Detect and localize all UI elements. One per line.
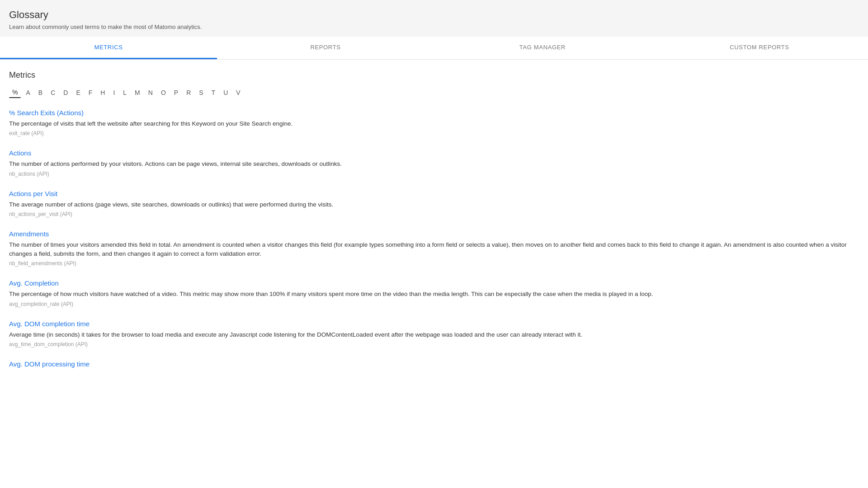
glossary-entry: ActionsThe number of actions performed b… [9,149,859,177]
alpha-nav-item-i[interactable]: I [110,88,118,98]
entry-description: Average time (in seconds) it takes for t… [9,330,859,339]
alpha-nav-item-e[interactable]: E [73,88,83,98]
page-title: Glossary [9,9,859,21]
alpha-nav-item-s[interactable]: S [196,88,206,98]
entry-title[interactable]: Actions per Visit [9,190,859,197]
entry-description: The average number of actions (page view… [9,200,859,209]
alpha-nav-item-d[interactable]: D [60,88,71,98]
alpha-nav-item-h[interactable]: H [97,88,108,98]
entry-title[interactable]: % Search Exits (Actions) [9,109,859,117]
glossary-entry: Actions per VisitThe average number of a… [9,190,859,217]
entry-api: exit_rate (API) [9,130,859,136]
glossary-entry: % Search Exits (Actions)The percentage o… [9,109,859,136]
entry-description: The number of times your visitors amende… [9,240,859,259]
entry-api: nb_actions_per_visit (API) [9,211,859,217]
entry-title[interactable]: Avg. DOM processing time [9,360,859,368]
alpha-nav-item-p[interactable]: P [171,88,181,98]
page-header: Glossary Learn about commonly used terms… [0,0,868,37]
alpha-nav-item-o[interactable]: O [158,88,169,98]
entry-title[interactable]: Avg. DOM completion time [9,320,859,328]
tab-reports[interactable]: REPORTS [217,37,434,59]
alpha-nav-item-r[interactable]: R [183,88,194,98]
content-area: Metrics %ABCDEFHILMNOPRSTUV % Search Exi… [0,60,868,488]
alpha-nav-item-l[interactable]: L [120,88,130,98]
glossary-entry: Avg. DOM processing time [9,360,859,368]
tab-custom-reports[interactable]: CUSTOM REPORTS [651,37,868,59]
tab-metrics[interactable]: METRICS [0,37,217,59]
entry-description: The number of actions performed by your … [9,160,859,169]
alpha-nav-item-v[interactable]: V [233,88,243,98]
alpha-nav-item-%[interactable]: % [9,87,21,98]
entry-api: avg_time_dom_completion (API) [9,341,859,347]
alpha-nav: %ABCDEFHILMNOPRSTUV [9,87,859,98]
alpha-nav-item-t[interactable]: T [208,88,219,98]
entries-container: % Search Exits (Actions)The percentage o… [9,109,859,368]
entry-title[interactable]: Actions [9,149,859,157]
tabs-bar: METRICS REPORTS TAG MANAGER CUSTOM REPOR… [0,37,868,60]
entry-api: avg_completion_rate (API) [9,301,859,307]
entry-title[interactable]: Amendments [9,230,859,238]
glossary-entry: Avg. CompletionThe percentage of how muc… [9,279,859,307]
alpha-nav-item-c[interactable]: C [47,88,58,98]
tab-tag-manager[interactable]: TAG MANAGER [434,37,651,59]
alpha-nav-item-n[interactable]: N [145,88,156,98]
alpha-nav-item-m[interactable]: M [132,88,143,98]
alpha-nav-item-f[interactable]: F [85,88,96,98]
alpha-nav-item-u[interactable]: U [220,88,231,98]
alpha-nav-item-b[interactable]: B [35,88,46,98]
entry-description: The percentage of how much visitors have… [9,290,859,299]
entry-api: nb_field_amendments (API) [9,260,859,267]
glossary-entry: AmendmentsThe number of times your visit… [9,230,859,267]
section-title: Metrics [9,70,859,80]
entry-title[interactable]: Avg. Completion [9,279,859,287]
page-subtitle: Learn about commonly used terms to make … [9,23,859,30]
alpha-nav-item-a[interactable]: A [23,88,33,98]
glossary-entry: Avg. DOM completion timeAverage time (in… [9,320,859,347]
entry-description: The percentage of visits that left the w… [9,119,859,128]
entry-api: nb_actions (API) [9,171,859,177]
